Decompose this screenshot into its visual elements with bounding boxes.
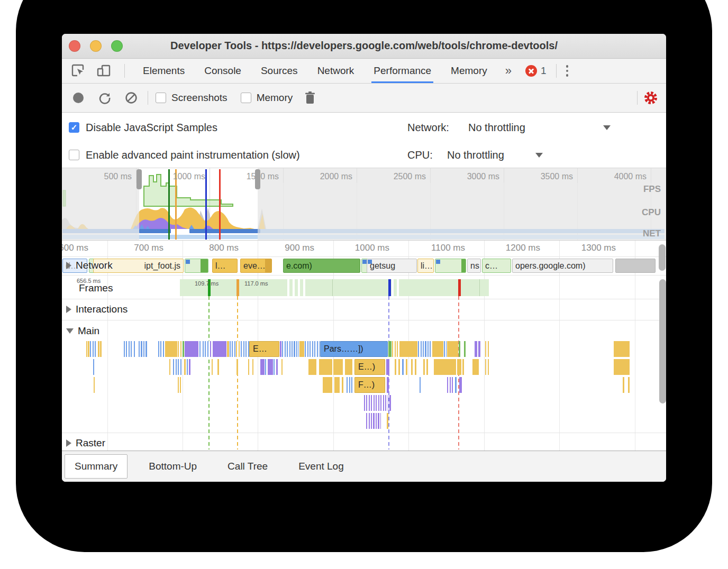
main-flame-event[interactable] <box>90 341 97 357</box>
main-flame-event[interactable] <box>411 359 413 375</box>
clear-recording-icon[interactable] <box>122 89 140 107</box>
details-tab-event-log[interactable]: Event Log <box>289 455 353 478</box>
main-flame-event[interactable] <box>203 341 210 357</box>
main-flame-event[interactable] <box>459 341 460 357</box>
tab-elements[interactable]: Elements <box>143 59 185 83</box>
main-flame-event[interactable] <box>334 377 340 393</box>
main-flame-event[interactable] <box>319 359 332 375</box>
frame-event-marker[interactable] <box>236 279 239 296</box>
main-flame-event[interactable] <box>347 377 353 393</box>
main-flame-event[interactable] <box>98 341 99 357</box>
main-flame-event[interactable] <box>444 341 447 357</box>
main-flame-event[interactable] <box>268 359 273 375</box>
main-flame-event[interactable] <box>475 341 477 357</box>
main-flame-event[interactable] <box>299 341 304 357</box>
details-tab-call-tree[interactable]: Call Tree <box>218 455 277 478</box>
raster-track-header[interactable]: Raster <box>66 437 105 449</box>
selection-left-handle[interactable] <box>136 169 142 189</box>
screenshots-checkbox[interactable]: Screenshots <box>156 92 228 104</box>
main-flame-event[interactable] <box>455 377 457 393</box>
selection-right-handle[interactable] <box>255 169 260 189</box>
title-bar[interactable]: Developer Tools - https://developers.goo… <box>62 34 666 59</box>
main-flame-event[interactable] <box>213 341 226 357</box>
main-flame-event[interactable] <box>189 359 190 375</box>
main-flame-event[interactable] <box>459 377 462 393</box>
collapse-arrow-icon[interactable] <box>66 306 71 313</box>
main-flame-event[interactable] <box>94 377 95 393</box>
tab-sources[interactable]: Sources <box>261 59 298 83</box>
tab-console[interactable]: Console <box>204 59 241 83</box>
main-flame-event[interactable] <box>178 377 179 393</box>
main-flame-event[interactable] <box>134 341 135 357</box>
network-request-bar[interactable] <box>185 259 208 273</box>
collapse-arrow-icon[interactable] <box>66 262 71 269</box>
main-flame-event[interactable] <box>388 341 392 357</box>
main-flame-event[interactable] <box>345 359 352 375</box>
main-flame-event[interactable] <box>165 341 177 357</box>
main-flame-event[interactable] <box>274 359 276 375</box>
memory-checkbox[interactable]: Memory <box>241 92 293 104</box>
network-track-scrollbar[interactable] <box>659 244 666 271</box>
main-menu-icon[interactable] <box>566 65 569 77</box>
network-request-bar[interactable]: l… <box>212 259 238 273</box>
more-tabs-chevron-icon[interactable]: » <box>505 64 512 78</box>
main-flame-event[interactable] <box>184 359 186 375</box>
network-request-bar[interactable]: c… <box>482 259 511 273</box>
tab-network[interactable]: Network <box>317 59 354 83</box>
network-throttle-select[interactable]: No throttling <box>468 122 525 134</box>
main-flame-event[interactable] <box>342 377 343 393</box>
main-flame-event[interactable]: Pars……]) <box>320 341 388 357</box>
main-flame-event[interactable] <box>472 359 479 375</box>
main-flame-event[interactable] <box>432 341 443 357</box>
main-flame-event[interactable] <box>139 341 147 357</box>
main-flame-event[interactable] <box>252 359 253 375</box>
network-throttle-dropdown-icon[interactable] <box>603 125 611 130</box>
main-flame-event[interactable] <box>392 341 401 357</box>
error-badge[interactable]: 1 <box>525 65 547 77</box>
network-request-bar[interactable]: opers.google.com) <box>512 259 613 273</box>
network-request-bar[interactable]: e.com) <box>283 259 360 273</box>
main-flame-event[interactable] <box>395 359 396 375</box>
network-request-bar[interactable]: getsug <box>367 259 417 273</box>
device-toolbar-icon[interactable] <box>95 62 113 80</box>
memory-checkbox-box[interactable] <box>241 93 251 103</box>
timeline-overview[interactable]: 500 ms1000 ms1500 ms2000 ms2500 ms3000 m… <box>62 168 666 241</box>
cpu-throttle-select[interactable]: No throttling <box>447 149 504 161</box>
main-track-header[interactable]: Main <box>66 325 99 337</box>
record-button[interactable] <box>69 89 87 107</box>
frames-track-header[interactable]: Frames <box>79 282 113 294</box>
main-flame-event[interactable] <box>93 359 94 375</box>
main-flame-event[interactable] <box>323 377 332 393</box>
main-flame-event[interactable] <box>88 341 89 357</box>
main-flame-event[interactable] <box>187 359 188 375</box>
main-flame-event[interactable] <box>100 341 102 357</box>
main-flame-event[interactable] <box>217 359 219 375</box>
flame-chart-area[interactable]: 600 ms700 ms800 ms900 ms1000 ms1100 ms12… <box>62 241 666 451</box>
main-flame-event[interactable] <box>227 341 229 357</box>
vertical-scrollbar[interactable] <box>659 279 666 403</box>
network-request-bar[interactable] <box>435 259 466 273</box>
network-request-bar[interactable]: li… <box>417 259 434 273</box>
main-flame-event[interactable] <box>230 341 235 357</box>
main-flame-event[interactable] <box>236 341 240 357</box>
main-flame-event[interactable] <box>457 359 461 375</box>
main-flame-event[interactable] <box>485 341 489 357</box>
main-flame-event[interactable] <box>86 341 87 357</box>
main-flame-event[interactable] <box>402 359 404 375</box>
main-flame-event[interactable] <box>173 359 183 375</box>
main-flame-event[interactable] <box>434 359 456 375</box>
main-flame-event[interactable] <box>614 341 630 357</box>
main-flame-event[interactable] <box>447 377 453 393</box>
frame-event-marker[interactable] <box>458 279 461 296</box>
main-flame-event[interactable] <box>199 341 202 357</box>
interactions-track-header[interactable]: Interactions <box>66 304 128 315</box>
main-flame-event[interactable] <box>305 341 320 357</box>
main-flame-event[interactable] <box>387 377 389 393</box>
main-flame-event[interactable] <box>124 341 132 357</box>
cpu-throttle-dropdown-icon[interactable] <box>535 153 543 158</box>
expand-arrow-icon[interactable] <box>66 328 74 334</box>
main-flame-event[interactable] <box>614 359 630 375</box>
capture-settings-gear-icon[interactable] <box>642 89 660 107</box>
main-flame-event[interactable] <box>282 341 299 357</box>
main-flame-event[interactable] <box>447 341 458 357</box>
